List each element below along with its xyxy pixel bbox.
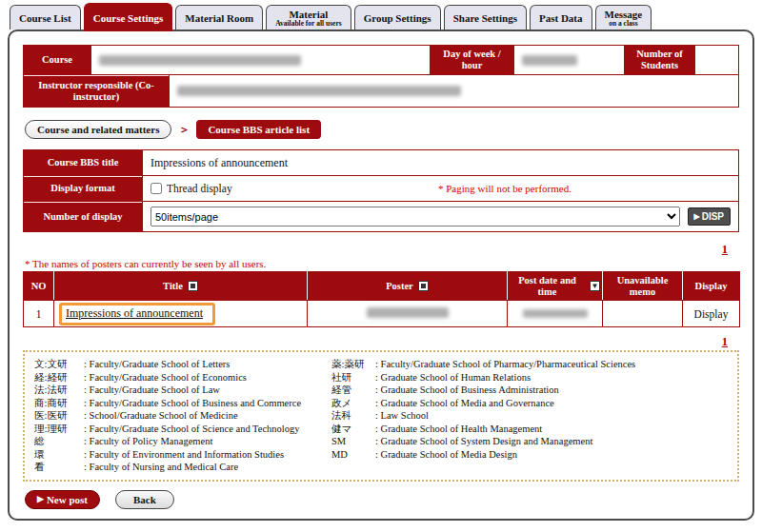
legend-item: 薬:薬研: Faculty/Graduate School of Pharmac… [331, 358, 728, 371]
instructor-label: Instructor responsible (Co-instructor) [24, 75, 169, 107]
bbs-title-label: Course BBS title [24, 150, 142, 175]
triangle-icon: ▶ [37, 495, 44, 503]
day-of-week-label: Day of week / hour [430, 46, 513, 74]
tab-label: Material Room [185, 12, 253, 24]
col-memo-label: Unavailable memo [605, 275, 680, 298]
items-per-page-select[interactable]: 50items/page [150, 207, 680, 227]
article-title-link[interactable]: Impressions of announcement [66, 306, 203, 320]
back-button[interactable]: Back [115, 490, 174, 509]
triangle-icon: ▶ [694, 213, 700, 221]
tab-material-room[interactable]: Material Room [175, 5, 263, 30]
legend-item: 医:医研: School/Graduate School of Medicine [34, 409, 331, 423]
tab-label: Message [605, 9, 643, 20]
course-related-matters-button[interactable]: Course and related matters [25, 120, 171, 139]
legend-item: 法:法研: Faculty/Graduate School of Law [34, 384, 331, 397]
article-post-date-cell [508, 301, 603, 327]
course-bbs-article-list-label: Course BBS article list [196, 120, 321, 139]
legend-item: 政メ: Graduate School of Media and Governa… [331, 397, 728, 410]
legend-item: 経管: Graduate School of Business Administ… [331, 384, 728, 397]
col-memo: Unavailable memo [603, 272, 683, 301]
bbs-filter-form: Course BBS title Impressions of announce… [23, 149, 739, 232]
col-post-date: Post date and time ▼ [508, 272, 603, 301]
col-title: Title [54, 272, 308, 301]
page-number-link-bottom[interactable]: 1 [722, 335, 728, 348]
tab-past-data[interactable]: Past Data [530, 5, 592, 30]
col-poster: Poster [308, 272, 508, 301]
students-value [694, 46, 738, 74]
square-glyph [421, 284, 426, 288]
number-of-display-label: Number of display [24, 202, 142, 231]
col-no-label: NO [31, 281, 47, 292]
disp-button[interactable]: ▶ DISP [688, 207, 732, 226]
tab-label: Course Settings [93, 12, 164, 24]
page-number-link[interactable]: 1 [722, 243, 728, 256]
footer-actions: ▶ New post Back [23, 490, 739, 509]
sort-desc-icon[interactable]: ▼ [590, 281, 600, 291]
annotation-highlight-box: Impressions of announcement [59, 303, 215, 325]
legend-item: 文:文研: Faculty/Graduate School of Letters [34, 358, 331, 371]
tab-material[interactable]: Material Available for all users [266, 5, 351, 30]
tab-bar: Course List Course Settings Material Roo… [0, 0, 762, 30]
square-glyph [190, 284, 195, 288]
tab-label: Group Settings [364, 12, 431, 24]
col-no: NO [24, 272, 54, 301]
course-info-table: Course Day of week / hour Number of Stud… [23, 45, 739, 108]
tab-group-settings[interactable]: Group Settings [354, 5, 441, 30]
display-format-value: Thread display * Paging will not be perf… [142, 176, 738, 201]
tab-message[interactable]: Message on a class [595, 5, 652, 30]
col-title-label: Title [163, 281, 183, 292]
students-label: Number of Students [624, 46, 694, 74]
legend-left-column: 文:文研: Faculty/Graduate School of Letters… [34, 358, 331, 474]
paging-note: * Paging will not be performed. [438, 183, 572, 194]
pagination-top: 1 [23, 240, 739, 254]
tab-course-list[interactable]: Course List [10, 5, 81, 30]
column-select-icon[interactable] [418, 281, 429, 291]
articles-table: NO Title Poster Post date and time [23, 271, 740, 327]
article-poster-cell [308, 301, 508, 327]
legend-item: 商:商研: Faculty/Graduate School of Busines… [34, 397, 331, 410]
legend-item: 社研: Graduate School of Human Relations [331, 371, 728, 384]
redacted-poster-name [367, 307, 449, 318]
redacted-post-date [523, 309, 588, 318]
redacted-instructor-value [177, 86, 461, 96]
article-row: 1 Impressions of announcement Display [24, 301, 740, 327]
thread-display-text: Thread display [167, 183, 232, 194]
tab-label: Past Data [539, 12, 583, 24]
thread-display-checkbox[interactable] [150, 183, 162, 194]
col-display-label: Display [695, 281, 728, 292]
tab-sublabel: on a class [609, 20, 637, 28]
tab-sublabel: Available for all users [275, 20, 342, 28]
tab-course-settings[interactable]: Course Settings [84, 3, 173, 31]
legend-item: 法科: Law School [331, 409, 728, 423]
article-no: 1 [24, 301, 54, 327]
breadcrumb-arrow-icon: ＞ [178, 122, 190, 138]
article-memo-cell [603, 301, 683, 327]
tab-label: Material [289, 9, 328, 20]
breadcrumb: Course and related matters ＞ Course BBS … [23, 120, 739, 139]
legend-item: 看: Faculty of Nursing and Medical Care [34, 461, 331, 474]
article-title-cell: Impressions of announcement [54, 301, 308, 327]
tab-label: Share Settings [453, 12, 517, 24]
redacted-course-name [99, 55, 301, 66]
legend-item: SM: Graduate School of System Design and… [331, 435, 728, 448]
main-panel: Course Day of week / hour Number of Stud… [8, 30, 754, 521]
col-post-date-label: Post date and time [510, 275, 585, 298]
posters-note: * The names of posters can currently be … [23, 258, 739, 269]
legend-item: 環: Faculty of Environment and Informatio… [34, 448, 331, 462]
table-header-row: NO Title Poster Post date and time [24, 272, 740, 301]
legend-right-column: 薬:薬研: Faculty/Graduate School of Pharmac… [331, 358, 728, 474]
col-poster-label: Poster [386, 281, 413, 292]
article-display-cell: Display [683, 301, 740, 327]
column-select-icon[interactable] [188, 281, 198, 291]
tab-share-settings[interactable]: Share Settings [444, 5, 527, 30]
new-post-button[interactable]: ▶ New post [25, 490, 100, 509]
thread-display-option[interactable]: Thread display [150, 183, 351, 194]
course-label: Course [24, 46, 90, 74]
legend-item: 総: Faculty of Policy Management [34, 435, 331, 448]
redacted-day-value [522, 55, 577, 66]
faculty-legend: 文:文研: Faculty/Graduate School of Letters… [23, 350, 739, 482]
legend-item: MD: Graduate School of Media Design [331, 448, 728, 462]
number-of-display-value: 50items/page ▶ DISP [142, 202, 738, 231]
col-display: Display [683, 272, 740, 301]
course-name-value [90, 46, 430, 74]
